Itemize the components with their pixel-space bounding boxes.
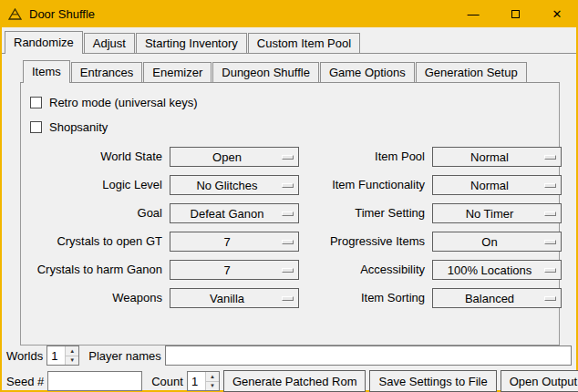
dropdown-indicator-icon	[282, 268, 294, 273]
dropdown-indicator-icon	[282, 240, 294, 244]
item-functionality-dropdown[interactable]: Normal	[432, 175, 562, 195]
shopsanity-label: Shopsanity	[49, 120, 108, 134]
weapons-value: Vanilla	[210, 292, 244, 305]
close-icon: ✕	[552, 7, 563, 21]
worlds-spinbox[interactable]: 1 ▲ ▼	[46, 346, 79, 366]
accessibility-value: 100% Locations	[448, 263, 532, 277]
client-area: Randomize Adjust Starting Inventory Cust…	[2, 27, 576, 390]
progressive-items-dropdown[interactable]: On	[432, 232, 562, 252]
subtab-generation-setup[interactable]: Generation Setup	[416, 62, 527, 82]
crystals-gt-label: Crystals to open GT	[30, 232, 165, 252]
item-functionality-label: Item Functionality	[304, 175, 428, 195]
window-title: Door Shuffle	[29, 7, 95, 21]
player-names-label: Player names	[88, 349, 160, 363]
bottom-controls: Worlds 1 ▲ ▼ Player names Seed # Count	[2, 346, 576, 392]
goal-label: Goal	[30, 203, 165, 223]
sub-notebook: Items Entrances Enemizer Dungeon Shuffle…	[20, 57, 560, 346]
goal-value: Defeat Ganon	[191, 207, 264, 221]
count-value[interactable]: 1	[188, 372, 205, 390]
item-sorting-label: Item Sorting	[304, 288, 428, 308]
maximize-icon	[511, 10, 520, 18]
crystals-gt-dropdown[interactable]: 7	[170, 232, 299, 252]
world-state-value: Open	[212, 150, 242, 164]
options-grid: World State Open Item Pool Normal Logic …	[30, 147, 555, 308]
spin-up-icon[interactable]: ▲	[66, 346, 78, 356]
dropdown-indicator-icon	[544, 296, 556, 301]
item-sorting-value: Balanced	[465, 292, 514, 305]
worlds-row: Worlds 1 ▲ ▼ Player names	[6, 346, 572, 366]
shopsanity-checkbox[interactable]	[30, 121, 42, 133]
logic-level-value: No Glitches	[196, 179, 257, 192]
seed-label: Seed #	[6, 375, 44, 388]
seed-row: Seed # Count 1 ▲ ▼ Generate Patched Rom …	[6, 370, 572, 392]
retro-mode-row: Retro mode (universal keys)	[30, 90, 555, 115]
spin-down-icon[interactable]: ▼	[206, 381, 219, 391]
dropdown-indicator-icon	[282, 211, 294, 216]
timer-setting-value: No Timer	[466, 207, 514, 221]
tab-custom-item-pool[interactable]: Custom Item Pool	[248, 33, 360, 53]
dropdown-indicator-icon	[544, 183, 556, 188]
worlds-label: Worlds	[6, 349, 43, 363]
accessibility-label: Accessibility	[304, 260, 428, 280]
item-pool-value: Normal	[470, 150, 509, 164]
accessibility-dropdown[interactable]: 100% Locations	[432, 260, 562, 280]
maximize-button[interactable]	[494, 0, 536, 27]
close-button[interactable]: ✕	[536, 0, 578, 27]
item-functionality-value: Normal	[470, 179, 509, 192]
count-spinbox[interactable]: 1 ▲ ▼	[187, 371, 220, 391]
dropdown-indicator-icon	[544, 268, 556, 273]
app-icon	[8, 7, 23, 20]
weapons-dropdown[interactable]: Vanilla	[170, 288, 299, 308]
main-tab-bar: Randomize Adjust Starting Inventory Cust…	[2, 27, 576, 54]
generate-rom-button[interactable]: Generate Patched Rom	[223, 370, 366, 392]
minimize-button[interactable]: —	[452, 0, 494, 27]
window-controls: — ✕	[452, 0, 578, 27]
retro-mode-checkbox[interactable]	[30, 97, 42, 108]
randomize-page: Items Entrances Enemizer Dungeon Shuffle…	[2, 54, 576, 392]
worlds-spin-arrows: ▲ ▼	[65, 346, 78, 365]
progressive-items-label: Progressive Items	[304, 232, 428, 252]
count-label: Count	[151, 375, 183, 388]
sub-tab-bar: Items Entrances Enemizer Dungeon Shuffle…	[20, 57, 560, 83]
app-window: Door Shuffle — ✕ Randomize Adjust Starti…	[0, 0, 578, 392]
crystals-ganon-value: 7	[223, 263, 230, 277]
tab-starting-inventory[interactable]: Starting Inventory	[136, 33, 247, 53]
world-state-dropdown[interactable]: Open	[170, 147, 299, 167]
save-settings-button[interactable]: Save Settings to File	[369, 370, 496, 392]
player-names-input[interactable]	[165, 346, 572, 366]
seed-input[interactable]	[47, 371, 142, 391]
subtab-game-options[interactable]: Game Options	[320, 62, 415, 82]
minimize-icon: —	[468, 7, 480, 21]
dropdown-indicator-icon	[282, 296, 294, 301]
subtab-dungeon-shuffle[interactable]: Dungeon Shuffle	[212, 62, 319, 82]
item-pool-dropdown[interactable]: Normal	[432, 147, 562, 167]
timer-setting-label: Timer Setting	[304, 203, 428, 223]
worlds-value[interactable]: 1	[47, 346, 65, 365]
logic-level-dropdown[interactable]: No Glitches	[170, 175, 299, 195]
logic-level-label: Logic Level	[30, 175, 165, 195]
crystals-gt-value: 7	[223, 235, 230, 249]
timer-setting-dropdown[interactable]: No Timer	[432, 203, 562, 223]
item-sorting-dropdown[interactable]: Balanced	[432, 288, 562, 308]
tab-adjust[interactable]: Adjust	[84, 33, 135, 53]
spin-up-icon[interactable]: ▲	[206, 372, 219, 381]
goal-dropdown[interactable]: Defeat Ganon	[170, 203, 299, 223]
crystals-ganon-label: Crystals to harm Ganon	[30, 260, 165, 280]
shopsanity-row: Shopsanity	[30, 115, 555, 139]
dropdown-indicator-icon	[544, 211, 556, 216]
titlebar[interactable]: Door Shuffle — ✕	[0, 0, 578, 27]
dropdown-indicator-icon	[544, 240, 556, 244]
items-subpage: Retro mode (universal keys) Shopsanity W…	[20, 83, 560, 346]
count-spin-arrows: ▲ ▼	[205, 372, 219, 390]
dropdown-indicator-icon	[282, 155, 294, 160]
crystals-ganon-dropdown[interactable]: 7	[170, 260, 299, 280]
tab-randomize[interactable]: Randomize	[5, 31, 83, 54]
open-output-button[interactable]: Open Output Directory	[501, 370, 578, 392]
subtab-entrances[interactable]: Entrances	[71, 62, 143, 82]
weapons-label: Weapons	[30, 288, 165, 308]
spin-down-icon[interactable]: ▼	[66, 356, 78, 366]
subtab-items[interactable]: Items	[23, 60, 70, 83]
item-pool-label: Item Pool	[304, 147, 428, 167]
progressive-items-value: On	[481, 235, 497, 249]
subtab-enemizer[interactable]: Enemizer	[143, 62, 212, 82]
